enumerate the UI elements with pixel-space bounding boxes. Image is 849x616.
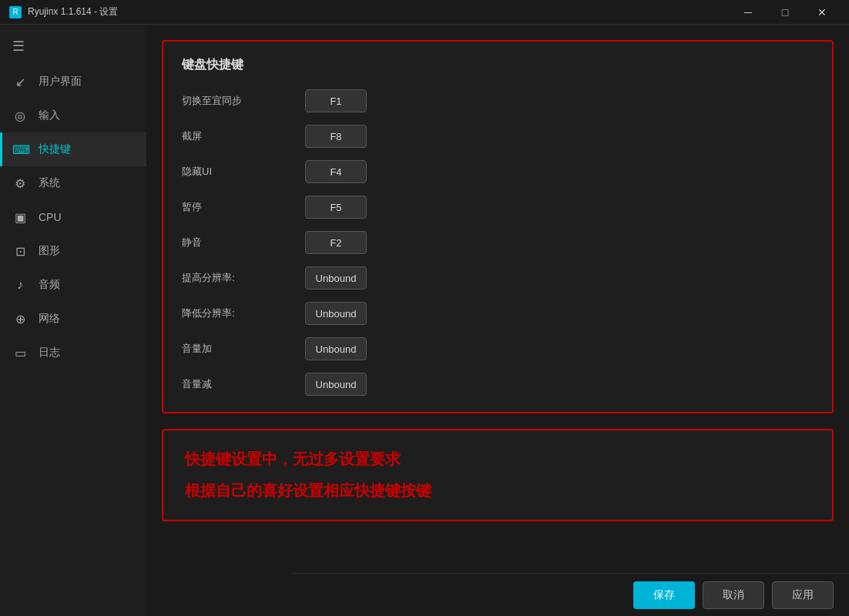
menu-toggle[interactable]: ☰: [0, 31, 146, 62]
sidebar-label-system: 系统: [39, 176, 60, 190]
shortcut-label-5: 提高分辨率:: [182, 271, 305, 285]
shortcut-key-2[interactable]: F4: [305, 160, 367, 183]
window-controls: ─ □ ✕: [730, 0, 840, 25]
sidebar-label-input: 输入: [39, 109, 60, 122]
sidebar-item-network[interactable]: ⊕ 网络: [0, 302, 146, 336]
shortcuts-section: 键盘快捷键 切换至宜同步 F1 截屏 F8 隐藏UI F4 暂停 F5: [162, 40, 834, 413]
note-line-2: 根据自己的喜好设置相应快捷键按键: [185, 480, 810, 501]
close-button[interactable]: ✕: [804, 0, 840, 25]
note-line-1: 快捷键设置中，无过多设置要求: [185, 449, 810, 470]
sidebar-item-input[interactable]: ◎ 输入: [0, 99, 146, 132]
sidebar-label-log: 日志: [39, 346, 60, 360]
shortcut-label-7: 音量加: [182, 342, 305, 356]
hotkeys-icon: ⌨: [12, 142, 28, 157]
shortcut-row-4: 静音 F2: [182, 230, 814, 255]
shortcut-label-6: 降低分辨率:: [182, 306, 305, 320]
maximize-button[interactable]: □: [767, 0, 803, 25]
content-area: 键盘快捷键 切换至宜同步 F1 截屏 F8 隐藏UI F4 暂停 F5: [146, 25, 849, 616]
shortcut-key-5[interactable]: Unbound: [305, 266, 367, 290]
shortcut-row-7: 音量加 Unbound: [182, 336, 814, 361]
network-icon: ⊕: [12, 312, 28, 326]
input-icon: ◎: [12, 109, 28, 123]
shortcut-key-1[interactable]: F8: [305, 125, 367, 148]
shortcut-label-0: 切换至宜同步: [182, 94, 305, 108]
shortcut-key-6[interactable]: Unbound: [305, 302, 367, 325]
shortcut-row-8: 音量减 Unbound: [182, 372, 814, 397]
sidebar: ☰ ↙ 用户界面 ◎ 输入 ⌨ 快捷键 ⚙ 系统 ▣ CPU ⊡ 图形 ♪ 音频: [0, 25, 146, 616]
minimize-button[interactable]: ─: [730, 0, 766, 25]
shortcut-key-0[interactable]: F1: [305, 89, 367, 112]
shortcut-label-2: 隐藏UI: [182, 165, 305, 179]
shortcut-key-7[interactable]: Unbound: [305, 337, 367, 360]
apply-button[interactable]: 应用: [772, 581, 834, 609]
shortcut-row-1: 截屏 F8: [182, 124, 814, 149]
shortcut-row-5: 提高分辨率: Unbound: [182, 266, 814, 290]
sidebar-item-hotkeys[interactable]: ⌨ 快捷键: [0, 132, 146, 166]
note-section: 快捷键设置中，无过多设置要求 根据自己的喜好设置相应快捷键按键: [162, 429, 834, 521]
sidebar-item-graphics[interactable]: ⊡ 图形: [0, 234, 146, 268]
bottom-bar: 保存 取消 应用: [293, 573, 849, 616]
shortcut-key-3[interactable]: F5: [305, 196, 367, 219]
sidebar-item-cpu[interactable]: ▣ CPU: [0, 200, 146, 234]
graphics-icon: ⊡: [12, 244, 28, 259]
log-icon: ▭: [12, 346, 28, 360]
shortcut-row-0: 切换至宜同步 F1: [182, 89, 814, 113]
titlebar: R Ryujinx 1.1.614 - 设置 ─ □ ✕: [0, 0, 849, 25]
sidebar-label-audio: 音频: [39, 278, 60, 292]
sidebar-item-system[interactable]: ⚙ 系统: [0, 166, 146, 200]
sidebar-label-hotkeys: 快捷键: [39, 142, 71, 156]
shortcut-row-2: 隐藏UI F4: [182, 159, 814, 184]
shortcut-key-4[interactable]: F2: [305, 231, 367, 254]
sidebar-item-log[interactable]: ▭ 日志: [0, 336, 146, 370]
audio-icon: ♪: [12, 278, 28, 292]
cancel-button[interactable]: 取消: [703, 581, 764, 609]
shortcut-label-1: 截屏: [182, 129, 305, 143]
shortcuts-title: 键盘快捷键: [182, 57, 814, 73]
sidebar-label-cpu: CPU: [39, 211, 62, 223]
sidebar-item-user-interface[interactable]: ↙ 用户界面: [0, 65, 146, 99]
main-layout: ☰ ↙ 用户界面 ◎ 输入 ⌨ 快捷键 ⚙ 系统 ▣ CPU ⊡ 图形 ♪ 音频: [0, 25, 849, 616]
system-icon: ⚙: [12, 176, 28, 191]
app-icon: R: [9, 6, 22, 18]
sidebar-label-network: 网络: [39, 312, 60, 326]
sidebar-label-graphics: 图形: [39, 244, 60, 258]
window-title: Ryujinx 1.1.614 - 设置: [28, 5, 730, 18]
cpu-icon: ▣: [12, 210, 28, 225]
sidebar-item-audio[interactable]: ♪ 音频: [0, 268, 146, 302]
save-button[interactable]: 保存: [633, 581, 695, 609]
shortcut-label-4: 静音: [182, 236, 305, 249]
user-interface-icon: ↙: [12, 75, 28, 89]
shortcut-row-3: 暂停 F5: [182, 195, 814, 219]
sidebar-label-user-interface: 用户界面: [39, 75, 82, 89]
shortcut-key-8[interactable]: Unbound: [305, 373, 367, 396]
shortcut-row-6: 降低分辨率: Unbound: [182, 301, 814, 326]
shortcut-label-3: 暂停: [182, 200, 305, 214]
shortcut-label-8: 音量减: [182, 377, 305, 391]
